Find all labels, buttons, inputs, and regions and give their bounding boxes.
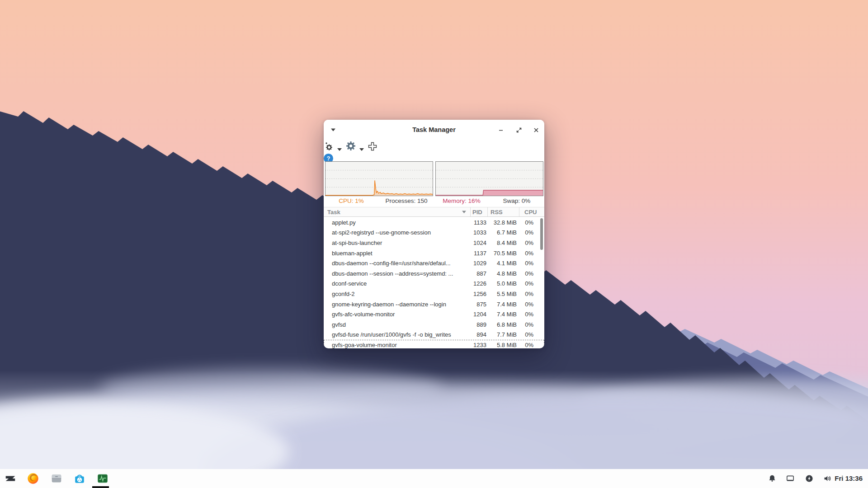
settings-button[interactable] — [345, 140, 357, 152]
cell-cpu: 0% — [519, 250, 544, 257]
close-button[interactable] — [531, 125, 541, 135]
files-launcher[interactable] — [50, 472, 63, 485]
show-all-processes-button[interactable] — [367, 141, 378, 152]
process-row[interactable]: blueman-applet113770.5 MiB0% — [324, 248, 544, 258]
process-row[interactable]: gconfd-212565.5 MiB0% — [324, 289, 544, 299]
firefox-icon — [27, 472, 39, 485]
cell-cpu: 0% — [519, 321, 544, 328]
power-button[interactable] — [802, 472, 816, 485]
file-manager-icon — [50, 472, 63, 485]
cell-task: dconf-service — [324, 280, 470, 287]
zorin-menu-button[interactable] — [3, 472, 17, 485]
cell-task: gconfd-2 — [324, 291, 470, 297]
notifications-button[interactable] — [765, 472, 779, 485]
cell-cpu: 0% — [519, 331, 544, 338]
display-icon — [785, 473, 796, 484]
task-manager-icon — [96, 472, 109, 485]
cell-cpu: 0% — [519, 342, 544, 348]
toolbar: ? ✕ — [324, 140, 544, 161]
column-header-pid[interactable]: PID — [470, 207, 487, 216]
cell-pid: 1233 — [470, 342, 487, 348]
cell-task: gvfs-afc-volume-monitor — [324, 311, 470, 318]
gear-icon — [346, 141, 355, 150]
cell-cpu: 0% — [519, 301, 544, 308]
cell-cpu: 0% — [519, 291, 544, 297]
display-button[interactable] — [783, 472, 797, 485]
cell-pid: 1204 — [470, 311, 487, 318]
cell-rss: 7.7 MiB — [487, 331, 519, 338]
graphs-panel — [324, 161, 544, 196]
cell-cpu: 0% — [519, 280, 544, 287]
task-manager-window: Task Manager — [324, 120, 544, 348]
bell-icon — [767, 473, 778, 484]
window-title: Task Manager — [324, 126, 544, 133]
gears-icon — [326, 142, 332, 150]
process-row[interactable]: dbus-daemon --config-file=/usr/share/def… — [324, 258, 544, 268]
chevron-down-icon — [337, 148, 342, 151]
active-app-indicator — [92, 486, 109, 488]
stats-row: CPU: 1% Processes: 150 Memory: 16% Swap:… — [324, 197, 544, 207]
cell-rss: 4.8 MiB — [487, 270, 519, 277]
cell-pid: 1033 — [470, 229, 487, 236]
cell-task: gvfsd — [324, 321, 470, 328]
cell-pid: 1256 — [470, 291, 487, 297]
cell-rss: 7.4 MiB — [487, 311, 519, 318]
cell-pid: 1133 — [470, 219, 487, 226]
process-row[interactable]: gvfs-goa-volume-monitor12335.8 MiB0% — [324, 340, 544, 348]
cell-rss: 6.8 MiB — [487, 321, 519, 328]
firefox-launcher[interactable] — [26, 472, 40, 485]
process-row[interactable]: gnome-keyring-daemon --daemonize --login… — [324, 299, 544, 310]
cell-rss: 7.4 MiB — [487, 301, 519, 308]
software-store-launcher[interactable] — [73, 472, 86, 485]
column-header-rss[interactable]: RSS — [487, 207, 519, 216]
memory-graph — [435, 161, 543, 196]
process-row[interactable]: gvfsd-fuse /run/user/1000/gvfs -f -o big… — [324, 330, 544, 340]
maximize-button[interactable] — [514, 125, 524, 135]
process-row[interactable]: applet.py113332.8 MiB0% — [324, 217, 544, 228]
task-manager-launcher[interactable] — [96, 472, 109, 485]
cell-rss: 70.5 MiB — [487, 250, 519, 257]
chevron-down-icon — [359, 148, 364, 151]
cell-cpu: 0% — [519, 260, 544, 267]
titlebar[interactable]: Task Manager — [324, 120, 544, 140]
run-task-dropdown-button[interactable] — [336, 147, 343, 152]
cell-rss: 5.8 MiB — [487, 342, 519, 348]
cell-pid: 887 — [470, 270, 487, 277]
cell-task: applet.py — [324, 219, 470, 226]
process-row[interactable]: dbus-daemon --session --address=systemd:… — [324, 268, 544, 279]
process-list: applet.py113332.8 MiB0%at-spi2-registryd… — [324, 217, 544, 348]
sort-chevron-down-icon — [462, 210, 467, 214]
memory-stat: Memory: 16% — [434, 197, 489, 207]
settings-dropdown-button[interactable] — [359, 147, 365, 152]
minimize-button[interactable] — [496, 125, 506, 135]
cell-rss: 32.8 MiB — [487, 219, 519, 226]
process-row[interactable]: at-spi2-registryd --use-gnome-session103… — [324, 228, 544, 238]
processes-stat: Processes: 150 — [379, 197, 434, 207]
cell-task: gvfs-goa-volume-monitor — [324, 342, 470, 348]
run-task-button[interactable] — [324, 141, 335, 152]
cell-task: blueman-applet — [324, 250, 470, 257]
cell-task: gnome-keyring-daemon --daemonize --login — [324, 301, 470, 308]
cell-task: at-spi-bus-launcher — [324, 239, 470, 246]
cell-rss: 5.5 MiB — [487, 291, 519, 297]
process-row[interactable]: dconf-service12265.0 MiB0% — [324, 279, 544, 289]
process-row[interactable]: gvfsd8896.8 MiB0% — [324, 319, 544, 330]
process-row[interactable]: at-spi-bus-launcher10248.4 MiB0% — [324, 238, 544, 248]
swap-stat: Swap: 0% — [489, 197, 544, 207]
column-header-cpu[interactable]: CPU — [519, 207, 544, 216]
cell-pid: 1024 — [470, 239, 487, 246]
clock[interactable]: Fri 13:36 — [831, 469, 866, 488]
scrollbar-thumb[interactable] — [540, 218, 543, 250]
cell-rss: 5.0 MiB — [487, 280, 519, 287]
cell-task: gvfsd-fuse /run/user/1000/gvfs -f -o big… — [324, 331, 470, 338]
cell-rss: 6.7 MiB — [487, 229, 519, 236]
process-row[interactable]: gvfs-afc-volume-monitor12047.4 MiB0% — [324, 309, 544, 319]
column-header-task[interactable]: Task — [324, 207, 470, 216]
minimize-icon — [498, 127, 504, 133]
power-bolt-icon — [804, 473, 815, 484]
cell-rss: 8.4 MiB — [487, 239, 519, 246]
cell-task: dbus-daemon --session --address=systemd:… — [324, 270, 470, 277]
cell-pid: 1226 — [470, 280, 487, 287]
cpu-graph — [325, 161, 433, 196]
maximize-icon — [516, 127, 522, 133]
